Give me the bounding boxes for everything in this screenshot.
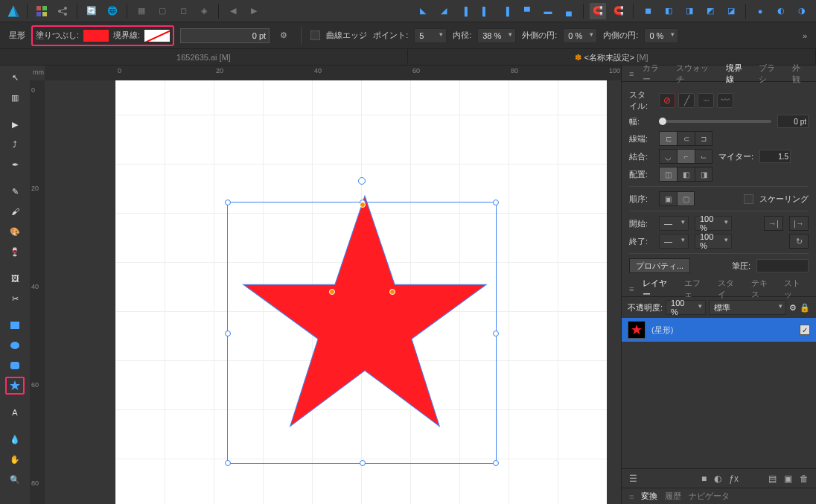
star-tool[interactable] [5, 377, 25, 395]
pan-tool[interactable]: ✋ [5, 450, 25, 468]
fill-tool[interactable]: 🎨 [5, 223, 25, 240]
zoom-tool[interactable]: 🔍 [5, 470, 25, 488]
shape-node-inner-r[interactable] [389, 289, 395, 295]
tab-color[interactable]: カラー [643, 63, 667, 85]
gear-icon[interactable]: ⚙ [275, 28, 292, 44]
bounds-icon[interactable]: ▢ [154, 3, 170, 19]
transparency-tool[interactable]: 🍷 [5, 243, 25, 261]
width-input[interactable] [777, 115, 809, 128]
ruler-horizontal[interactable]: 0 20 40 60 80 100 [45, 66, 621, 80]
handle-sw[interactable] [225, 460, 231, 466]
grid-icon[interactable]: ▦ [133, 3, 150, 19]
mask-icon[interactable]: ■ [701, 473, 707, 484]
artboard-tool[interactable]: ▥ [5, 89, 25, 106]
node-tool[interactable]: ▶ [5, 115, 25, 133]
place-image-tool[interactable]: 🖼 [5, 269, 25, 287]
inner-circle-dropdown[interactable]: 0 % [644, 28, 678, 43]
shape-node-inner-l[interactable] [329, 289, 335, 295]
delete-layer-icon[interactable]: 🗑 [800, 473, 809, 484]
corner-tool[interactable]: ⤴ [5, 135, 25, 153]
handle-ne[interactable] [493, 200, 499, 205]
style-none-icon[interactable]: ⊘ [659, 93, 675, 108]
ellipse-tool[interactable] [5, 336, 25, 354]
tab-effects[interactable]: エフェ [684, 278, 709, 300]
join-miter[interactable]: ⌙ [695, 149, 713, 164]
ruler-vertical[interactable]: 0 20 40 60 80 [30, 80, 45, 504]
layer-settings-icon[interactable]: ⚙ [789, 303, 797, 313]
layer-visibility-check[interactable]: ✓ [800, 325, 810, 335]
start-place-in[interactable]: |→ [789, 216, 809, 231]
add-layer-icon[interactable]: ▣ [784, 473, 792, 484]
align-left-icon[interactable]: ◀ [225, 3, 241, 19]
rounded-rect-tool[interactable] [5, 357, 25, 374]
tab-brush[interactable]: ブラシ [759, 63, 783, 85]
insert-target-icon[interactable]: ● [752, 3, 768, 19]
start-pct-dropdown[interactable]: 100 % [695, 216, 732, 231]
tab-transform[interactable]: 変換 [641, 491, 657, 502]
width-slider[interactable] [659, 120, 771, 123]
tab-appearance[interactable]: 外観 [792, 63, 809, 85]
end-arrow-dropdown[interactable]: — [659, 234, 689, 249]
handle-s[interactable] [360, 460, 366, 466]
join-round[interactable]: ◡ [659, 149, 677, 164]
insert-inside-icon[interactable]: ◑ [794, 3, 810, 19]
align-c-icon[interactable]: ▌ [477, 3, 494, 19]
inner-radius-dropdown[interactable]: 38 % [477, 28, 516, 43]
handle-se[interactable] [493, 460, 499, 466]
flip-h-icon[interactable]: ◣ [415, 3, 431, 19]
bool-add-icon[interactable]: ◼ [640, 3, 656, 19]
bool-xor-icon[interactable]: ◩ [702, 3, 718, 19]
start-arrow-dropdown[interactable]: — [659, 216, 689, 231]
tab-stroke[interactable]: 境界線 [726, 63, 750, 85]
rotation-handle[interactable] [358, 177, 366, 185]
view-mode-icon[interactable] [34, 3, 50, 19]
move-tool[interactable]: ↖ [5, 68, 25, 86]
layer-item-star[interactable]: (星形) ✓ [622, 318, 816, 342]
pressure-curve[interactable] [756, 259, 809, 272]
share-icon[interactable] [54, 3, 71, 19]
panel-drag-icon[interactable]: ≡ [629, 69, 634, 78]
crop-tool[interactable]: ✂ [5, 290, 25, 307]
insert-behind-icon[interactable]: ◐ [773, 3, 789, 19]
stroke-color-swatch[interactable] [144, 30, 170, 42]
adjustment-icon[interactable]: ◐ [714, 473, 721, 484]
transform-icon[interactable]: ◈ [196, 3, 212, 19]
color-picker-tool[interactable]: 💧 [5, 430, 25, 448]
tab-stock[interactable]: ストッ [784, 278, 809, 300]
style-dashed-icon[interactable]: ┈ [698, 93, 714, 108]
style-solid-icon[interactable]: ╱ [678, 93, 695, 108]
cap-butt[interactable]: ⊏ [659, 131, 677, 146]
point-dropdown[interactable]: 5 [414, 28, 447, 43]
align-l-icon[interactable]: ▐ [456, 3, 473, 19]
shape-node-top[interactable] [360, 202, 366, 208]
pen-tool[interactable]: ✒ [5, 156, 25, 173]
scaling-checkbox[interactable] [744, 194, 753, 204]
align-t-icon[interactable]: ▀ [519, 3, 535, 19]
properties-button[interactable]: プロパティ... [629, 258, 690, 273]
tab-layers[interactable]: レイヤー [643, 278, 675, 300]
dashed-bounds-icon[interactable]: ◻ [175, 3, 191, 19]
blend-mode-dropdown[interactable]: 標準 [709, 300, 786, 315]
miter-input[interactable] [759, 150, 791, 163]
rectangle-tool[interactable] [5, 316, 25, 334]
style-brush-icon[interactable]: 〰 [717, 93, 733, 108]
tab-doc-1[interactable]: 1652635.ai [M] [0, 49, 408, 66]
align-m-icon[interactable]: ▬ [540, 3, 556, 19]
lock-icon[interactable]: 🔒 [800, 303, 810, 313]
preview-icon[interactable]: 🌐 [104, 3, 121, 19]
flip-v-icon[interactable]: ◢ [436, 3, 452, 19]
order-behind[interactable]: ▣ [659, 191, 677, 206]
align-right-icon[interactable]: ▶ [246, 3, 262, 19]
tab-text[interactable]: テキス [751, 278, 776, 300]
tab-navigator[interactable]: ナビゲータ [689, 491, 730, 502]
opacity-dropdown[interactable]: 100 % [666, 300, 706, 315]
tab-styles[interactable]: スタイ [718, 278, 742, 300]
handle-nw[interactable] [225, 200, 231, 205]
align-b-icon[interactable]: ▄ [561, 3, 577, 19]
snap-icon[interactable]: 🧲 [611, 3, 627, 19]
bool-div-icon[interactable]: ◪ [723, 3, 739, 19]
fill-color-swatch[interactable] [83, 30, 109, 42]
bool-int-icon[interactable]: ◨ [681, 3, 698, 19]
sync-icon[interactable]: 🔄 [83, 3, 100, 19]
align-r-icon[interactable]: ▐ [498, 3, 514, 19]
